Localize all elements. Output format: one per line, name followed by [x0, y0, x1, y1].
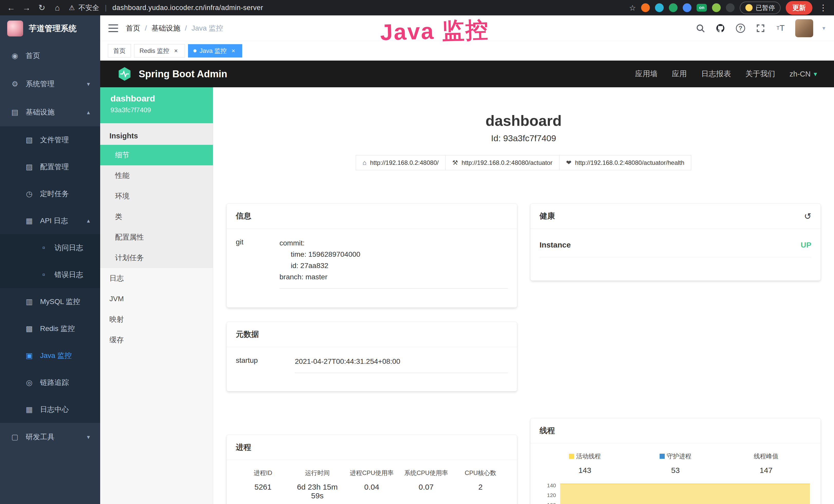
extension-icon[interactable]: [726, 3, 734, 12]
tab-redis[interactable]: Redis 监控 ×: [134, 44, 185, 58]
sba-item-configprops[interactable]: 配置属性: [100, 227, 213, 248]
header-actions: ? TT ▾: [695, 19, 834, 37]
sidebar-item-file[interactable]: ▧ 文件管理: [0, 126, 100, 153]
history-icon[interactable]: ↺: [804, 211, 812, 221]
sidebar-item-config[interactable]: ▨ 配置管理: [0, 153, 100, 180]
avatar-caret-icon[interactable]: ▾: [822, 25, 825, 31]
sba-item-environment[interactable]: 环境: [100, 186, 213, 206]
vpn-on-badge[interactable]: on: [697, 4, 707, 12]
close-icon[interactable]: ×: [229, 47, 237, 54]
app-logo-row[interactable]: 芋道管理系统: [0, 16, 100, 42]
sba-header: Spring Boot Admin 应用墙 应用 日志报表 关于我们 zh-CN…: [100, 61, 834, 87]
breadcrumb-home[interactable]: 首页: [126, 23, 140, 33]
sba-item-performance[interactable]: 性能: [100, 165, 213, 186]
sba-nav-wallboard[interactable]: 应用墙: [635, 69, 658, 79]
metadata-key: startup: [236, 356, 295, 373]
user-avatar[interactable]: [795, 19, 813, 37]
fullscreen-icon[interactable]: [755, 23, 766, 33]
eye-icon: ◎: [25, 378, 34, 387]
sidebar-label: 系统管理: [26, 79, 81, 89]
legend-value: 143: [540, 466, 630, 475]
sba-nav-about[interactable]: 关于我们: [745, 69, 775, 79]
sba-item-mappings[interactable]: 映射: [100, 309, 213, 330]
info-value: commit: time: 1596289704000 id: 27aa832 …: [280, 237, 508, 289]
sba-item-scheduled[interactable]: 计划任务: [100, 248, 213, 268]
profile-paused-chip[interactable]: 已暂停: [740, 2, 781, 14]
instance-header[interactable]: dashboard 93a3fc7f7409: [100, 87, 213, 123]
sidebar-item-trace[interactable]: ◎ 链路追踪: [0, 369, 100, 396]
status-badge: UP: [800, 240, 811, 249]
sidebar-item-redis[interactable]: ▩ Redis 监控: [0, 315, 100, 342]
sidebar-item-system[interactable]: ⚙ 系统管理 ▾: [0, 70, 100, 98]
search-icon[interactable]: [695, 23, 706, 33]
paused-label: 已暂停: [756, 4, 775, 12]
spring-boot-admin-logo: [117, 67, 132, 82]
health-instance-row[interactable]: Instance UP: [540, 240, 812, 257]
process-col: CPU核心数 2: [453, 469, 508, 500]
reload-icon[interactable]: ↻: [36, 2, 48, 14]
sba-item-classes[interactable]: 类: [100, 206, 213, 227]
info-card-title: 信息: [226, 204, 517, 229]
hamburger-icon[interactable]: [108, 24, 118, 32]
git-time-line: time: 1596289704000: [280, 249, 508, 260]
sba-item-caches[interactable]: 缓存: [100, 330, 213, 350]
sidebar-item-java[interactable]: ▣ Java 监控: [0, 342, 100, 369]
git-commit-line: commit:: [280, 237, 508, 249]
heartbeat-icon: ❤: [566, 159, 571, 166]
browser-menu-icon[interactable]: ⋮: [817, 3, 829, 13]
extension-icon[interactable]: [712, 3, 721, 12]
extension-icon[interactable]: [669, 3, 678, 12]
dashboard-icon: ◉: [10, 51, 20, 60]
sidebar-label: 首页: [26, 51, 90, 61]
legend-label: 线程峰值: [754, 452, 778, 460]
document-icon: ▦: [25, 216, 34, 225]
forward-icon[interactable]: →: [21, 2, 32, 14]
close-icon[interactable]: ×: [172, 47, 179, 54]
sba-locale-select[interactable]: zh-CN ▾: [790, 70, 817, 78]
profile-emoji-avatar: [745, 4, 752, 11]
sidebar-item-error-log[interactable]: ▫ 错误日志: [0, 261, 100, 288]
sba-item-jvm[interactable]: JVM: [100, 289, 213, 309]
sidebar-item-mysql[interactable]: ▥ MySQL 监控: [0, 288, 100, 315]
sidebar-item-access-log[interactable]: ▫ 访问日志: [0, 234, 100, 261]
sidebar-item-api-log[interactable]: ▦ API 日志 ▴: [0, 207, 100, 234]
link-health[interactable]: ❤ http://192.168.0.2:48080/actuator/heal…: [559, 155, 692, 170]
tab-java[interactable]: Java 监控 ×: [188, 44, 242, 58]
address-bar[interactable]: ⚠ 不安全 | dashboard.yudao.iocoder.cn/infra…: [69, 3, 629, 12]
process-col-value: 5261: [236, 483, 290, 491]
sba-brand[interactable]: Spring Boot Admin: [117, 67, 227, 82]
sidebar-item-job[interactable]: ◷ 定时任务: [0, 180, 100, 207]
browser-chrome: ← → ↻ ⌂ ⚠ 不安全 | dashboard.yudao.iocoder.…: [0, 0, 834, 16]
sidebar-item-devtools[interactable]: ▢ 研发工具 ▾: [0, 423, 100, 451]
link-actuator[interactable]: ⚒ http://192.168.0.2:48080/actuator: [445, 155, 559, 170]
update-button[interactable]: 更新: [786, 1, 812, 15]
tab-home[interactable]: 首页: [108, 44, 131, 58]
sidebar-item-home[interactable]: ◉ 首页: [0, 42, 100, 70]
github-icon[interactable]: [715, 23, 726, 33]
sidebar-label: 错误日志: [54, 270, 90, 280]
document-icon: ▫: [39, 270, 48, 279]
font-size-icon[interactable]: TT: [775, 23, 786, 33]
breadcrumb-section[interactable]: 基础设施: [152, 23, 180, 33]
sba-item-details[interactable]: 细节: [100, 145, 213, 165]
back-icon[interactable]: ←: [5, 2, 17, 14]
info-key: git: [236, 237, 280, 289]
sidebar-item-log-center[interactable]: ▦ 日志中心: [0, 396, 100, 423]
extension-icon[interactable]: [641, 3, 650, 12]
extensions-puzzle-icon[interactable]: [683, 3, 692, 12]
sba-nav-journal[interactable]: 日志报表: [701, 69, 731, 79]
sba-nav-applications[interactable]: 应用: [672, 69, 687, 79]
browser-home-icon[interactable]: ⌂: [51, 2, 63, 14]
sba-item-logs[interactable]: 日志: [100, 268, 213, 289]
link-root[interactable]: ⌂ http://192.168.0.2:48080/: [356, 155, 446, 170]
process-col: 运行时间 6d 23h 15m 59s: [290, 469, 345, 500]
extension-icon[interactable]: [655, 3, 664, 12]
process-col-header: 进程CPU使用率: [345, 469, 399, 477]
health-card: 健康 ↺ Instance UP: [530, 204, 821, 281]
sidebar-item-infra[interactable]: ▤ 基础设施 ▴: [0, 98, 100, 126]
edit-icon: ▨: [25, 162, 34, 171]
bookmark-star-icon[interactable]: ☆: [629, 3, 636, 12]
legend-daemon: 守护进程 53: [630, 452, 721, 475]
help-icon[interactable]: ?: [735, 23, 746, 33]
sidebar-label: 日志中心: [40, 405, 90, 414]
